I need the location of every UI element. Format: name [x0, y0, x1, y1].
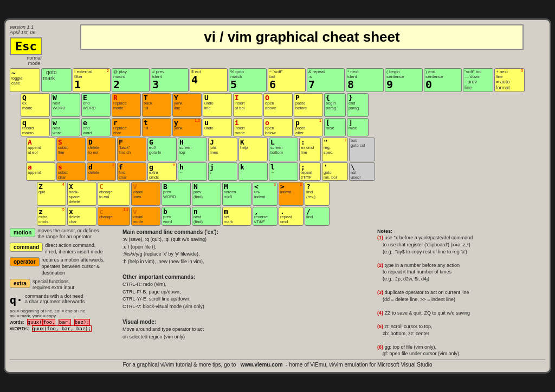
qwerty-lower-row: q recordmacro w nextword e endword r rep… [21, 118, 545, 136]
key-C: C changeto eol [98, 182, 130, 206]
other-cmd-2: CTRL-F/-B: page up/down, [122, 289, 181, 295]
key-a: a append [26, 162, 55, 181]
key-s: s substchar [56, 162, 86, 181]
key-backslash: bol/goto col [349, 138, 375, 161]
esc-key: Esc [10, 37, 42, 55]
key-J: J joinlines [208, 138, 237, 161]
key-k: k ↑ [238, 162, 268, 181]
key-h: h ← [178, 162, 207, 181]
key-rbracket: ] misc [347, 118, 369, 136]
key-z: z extra5cmds [37, 207, 66, 225]
key-g: g extra6cmds [147, 162, 177, 181]
key-v: v visualmode [131, 207, 160, 225]
key-u: u undo [203, 118, 232, 136]
key-comma: , reverset/T/f/F [253, 207, 278, 225]
legend-extra: extra special functions, requires extra … [10, 279, 118, 291]
key-t: t 'till [142, 118, 171, 136]
key-x: x deletechar [67, 207, 96, 225]
key-plus: + nextline = auto3format [494, 68, 525, 92]
note-6: (6) gg: top of file (vim only), gf: open… [377, 344, 459, 357]
legend-operator-badge: operator [10, 257, 40, 266]
asdf-row: A appendat eol S substline D deleteto eo… [26, 138, 545, 161]
key-K: K help [238, 138, 268, 161]
legend-command-badge: command [10, 243, 43, 252]
key-i: i insertmode [233, 118, 262, 136]
key-3: # prevident 3 [151, 68, 189, 92]
words-line: words: quux(foo, bar, baz); [10, 319, 118, 325]
esc-label: normalmode [10, 55, 59, 66]
other-cmd-1: CTRL-R: redo (vim), [122, 282, 166, 287]
other-cmd-4: CTRL-V: block-visual mode (vim only) [122, 304, 204, 309]
legend-motion-badge: motion [10, 228, 35, 237]
key-9: ( beginsentence 9 [385, 68, 423, 92]
key-4: $ eol 4 [190, 68, 228, 92]
key-7: & repeat:s 7 [307, 68, 345, 92]
words-label: words: [10, 319, 24, 325]
key-y: y yank1,3 [172, 118, 202, 136]
WORDS-line: WORDs: quux(foo, bar, baz); [10, 326, 118, 331]
key-V: V visuallines [131, 182, 160, 206]
number-row: ~ togglecase ` gotomark ! externalfilter… [10, 68, 545, 92]
asdf-lower-row: a append s substchar d delete3 f findcha… [26, 162, 545, 181]
notes-section: Notes: (1) use "x before a yank/paste/de… [377, 228, 545, 357]
zxcv-row: Z quit4 X back-spacedelete C changeto eo… [37, 182, 545, 206]
key-T: T back'till [142, 93, 171, 117]
key-G: G eof/goto ln [147, 138, 177, 161]
footer-url: www.viemu.com [241, 362, 283, 368]
key-quote: " reg. 1spec. [322, 138, 348, 161]
main-cmd-4: :h (help in vim), :new (new file in vim)… [122, 259, 204, 264]
key-gt: > indent3 [279, 182, 304, 206]
key-pipe: \ notused! [349, 162, 375, 181]
key-B: B prevWORD [162, 182, 191, 206]
version-info: version 1.1 April 1st, 06 [10, 24, 59, 35]
legend-extra-badge: extra [10, 279, 30, 288]
key-b: b prevword [162, 207, 191, 225]
note-2: (2) type in a number before any action t… [377, 263, 460, 282]
WORDS-val: quux(foo, bar, baz); [32, 325, 92, 332]
key-2: @ playmacro 2 [112, 68, 150, 92]
legend-motion-text: moves the cursor, or defines the range f… [37, 228, 99, 240]
WORDS-label: WORDs: [10, 326, 29, 331]
key-F: F "back"find ch [117, 138, 146, 161]
key-M: M screenmid'l [222, 182, 251, 206]
key-c: c 1,3change [98, 207, 130, 225]
footer: For a graphical vi/vim tutorial & more t… [10, 360, 545, 368]
qwerty-row: Q exmode W nextWORD E endWORD R replacem… [21, 93, 545, 117]
key-r: r replacechar [112, 118, 141, 136]
key-minus: "soft" bol— down - prevline [463, 68, 493, 92]
key-e: e endword [81, 118, 111, 136]
key-slash: / find [305, 207, 330, 225]
key-8: * nextident 8 [346, 68, 384, 92]
key-period: . repeatcmd [279, 207, 304, 225]
commands-section: Main command line commands ('ex'): :w (s… [122, 228, 373, 357]
visual-mode-desc: Move around and type operator to act on … [122, 326, 204, 339]
key-semicolon: ; repeatt/T/f/F [299, 162, 321, 181]
key-A: A appendat eol [26, 138, 55, 161]
key-lbrace: { beginparag. [324, 93, 346, 117]
key-5: % gotomatch 5 [229, 68, 267, 92]
key-X: X back-spacedelete [67, 182, 96, 206]
key-q: q recordmacro [21, 118, 50, 136]
key-rbrace: } endparag. [347, 93, 369, 117]
footer-text: For a graphical vi/vim tutorial & more t… [122, 362, 432, 368]
dot-q-symbol: q· [10, 293, 23, 306]
key-tilde: ~ togglecase [10, 68, 40, 92]
key-N: N prev(find) [192, 182, 221, 206]
legend-dot: q· commands with a dot need a char argum… [10, 293, 118, 306]
note-1: (1) use "x before a yank/paste/del comma… [377, 235, 473, 254]
key-p: p paste1after [294, 118, 323, 136]
key-1: ! externalfilter 1 2 [73, 68, 111, 92]
legend-command-text: direct action command, if red, it enters… [45, 243, 103, 255]
key-U: U undoline [203, 93, 232, 117]
legend-operator: operator requires a motion afterwards, o… [10, 257, 118, 276]
words-val: quux(foo, bar, baz); [27, 319, 90, 325]
zxcv-lower-row: z extra5cmds x deletechar c 1,3change v … [37, 207, 545, 225]
legend-section: motion moves the cursor, or defines the … [10, 228, 118, 357]
key-o: o openbelow [263, 118, 293, 136]
key-L: L screenbottom [269, 138, 298, 161]
note-4: (4) ZZ to save & quit, ZQ to quit w/o sa… [377, 310, 470, 316]
legend-operator-text: requires a motion afterwards, operates b… [42, 257, 105, 276]
note-5: (5) zt: scroll cursor to top, zb: bottom… [377, 324, 433, 336]
key-lbracket: [ misc [324, 118, 346, 136]
key-P: P pastebefore [294, 93, 323, 117]
